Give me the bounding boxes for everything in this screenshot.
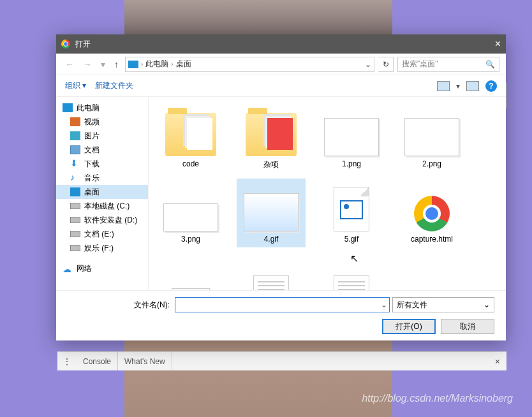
file-open-dialog: 打开 × ← → ▾ ↑ › 此电脑 › 桌面 ⌄ ↻ 搜索"桌面" 🔍 组织 … xyxy=(56,34,506,340)
image-thumbnail-icon xyxy=(244,193,299,231)
preview-pane-icon[interactable] xyxy=(466,81,479,91)
drive-icon xyxy=(70,231,80,237)
sidebar-item-music[interactable]: ♪音乐 xyxy=(56,171,148,185)
drive-icon xyxy=(70,203,80,209)
dialog-footer: 文件名(N): ⌄ 所有文件⌄ 打开(O) 取消 xyxy=(56,290,506,340)
help-icon[interactable]: ? xyxy=(485,80,497,92)
pictures-icon xyxy=(70,131,80,140)
sidebar-item-drive-f[interactable]: 娱乐 (F:) xyxy=(56,241,148,255)
breadcrumb-current[interactable]: 桌面 xyxy=(176,59,191,70)
nav-bar: ← → ▾ ↑ › 此电脑 › 桌面 ⌄ ↻ 搜索"桌面" 🔍 xyxy=(56,54,506,75)
file-item-selected[interactable]: 4.gif xyxy=(237,179,306,247)
devtools-bottom-bar: ⋮ Console What's New × xyxy=(57,351,506,370)
folder-icon xyxy=(246,113,297,156)
file-item[interactable]: 2.png xyxy=(397,103,466,172)
search-icon: 🔍 xyxy=(485,60,495,69)
drive-icon xyxy=(70,245,80,251)
file-item[interactable]: 1.png xyxy=(317,103,386,172)
image-thumbnail-icon xyxy=(404,118,459,156)
file-item[interactable]: capture.html xyxy=(397,179,466,247)
sidebar-item-drive-e[interactable]: 文档 (E:) xyxy=(56,227,148,241)
sidebar-item-documents[interactable]: 文档 xyxy=(56,143,148,157)
file-item[interactable]: code xyxy=(156,103,225,172)
sidebar-item-drive-c[interactable]: 本地磁盘 (C:) xyxy=(56,199,148,213)
chevron-down-icon[interactable]: ▾ xyxy=(456,82,460,91)
pc-icon xyxy=(128,61,138,68)
new-folder-button[interactable]: 新建文件夹 xyxy=(95,80,133,91)
document-icon xyxy=(334,275,369,290)
desktop-icon xyxy=(70,187,80,196)
view-mode-icon[interactable] xyxy=(437,81,450,91)
file-item[interactable]: 3.png xyxy=(156,179,225,247)
nav-forward-icon[interactable]: → xyxy=(80,59,94,70)
organize-button[interactable]: 组织 ▾ xyxy=(65,80,86,91)
search-input[interactable]: 搜索"桌面" 🔍 xyxy=(397,57,499,72)
titlebar: 打开 × xyxy=(56,34,506,54)
image-thumbnail-icon xyxy=(324,118,379,156)
devtools-tab-console[interactable]: Console xyxy=(77,352,118,370)
toolbar: 组织 ▾ 新建文件夹 ▾ ? xyxy=(56,75,506,97)
chevron-down-icon[interactable]: ⌄ xyxy=(365,60,371,69)
breadcrumb[interactable]: › 此电脑 › 桌面 ⌄ xyxy=(125,57,374,72)
cancel-button[interactable]: 取消 xyxy=(441,319,494,334)
filename-label: 文件名(N): xyxy=(68,300,170,311)
sidebar-item-pc[interactable]: 此电脑 xyxy=(56,101,148,115)
network-icon: ☁ xyxy=(63,264,73,273)
image-thumbnail-icon xyxy=(172,288,210,290)
document-icon xyxy=(70,145,80,154)
image-thumbnail-icon xyxy=(163,203,218,231)
open-button[interactable]: 打开(O) xyxy=(382,319,436,334)
sidebar-item-drive-d[interactable]: 软件安装盘 (D:) xyxy=(56,213,148,227)
file-item[interactable] xyxy=(156,254,225,290)
file-item[interactable] xyxy=(317,254,386,290)
chrome-icon xyxy=(61,40,70,48)
folder-icon xyxy=(165,113,216,156)
sidebar-item-desktop[interactable]: 桌面 xyxy=(56,185,148,199)
nav-history-icon[interactable]: ▾ xyxy=(98,59,108,70)
document-icon xyxy=(253,275,289,290)
chevron-right-icon: › xyxy=(141,61,143,68)
watermark: http://blog.csdn.net/Marksinoberg xyxy=(362,393,513,404)
sidebar-item-network[interactable]: ☁网络 xyxy=(56,261,148,275)
video-icon xyxy=(70,117,80,126)
chrome-icon xyxy=(414,196,450,231)
chevron-down-icon: ⌄ xyxy=(484,300,490,309)
file-item[interactable] xyxy=(237,254,306,290)
nav-up-icon[interactable]: ↑ xyxy=(112,59,121,70)
devtools-close-icon[interactable]: × xyxy=(495,356,500,367)
close-icon[interactable]: × xyxy=(495,38,501,50)
file-icon xyxy=(334,187,369,231)
refresh-icon[interactable]: ↻ xyxy=(378,57,394,72)
search-placeholder: 搜索"桌面" xyxy=(402,59,438,70)
download-icon: ⬇ xyxy=(70,159,80,168)
file-item[interactable]: 5.gif xyxy=(317,179,386,247)
sidebar-item-pictures[interactable]: 图片 xyxy=(56,129,148,143)
filename-input[interactable] xyxy=(175,297,390,312)
pc-icon xyxy=(63,103,73,112)
breadcrumb-root[interactable]: 此电脑 xyxy=(145,59,168,70)
devtools-menu-icon[interactable]: ⋮ xyxy=(57,356,77,367)
nav-back-icon[interactable]: ← xyxy=(63,59,77,70)
file-item[interactable]: 杂项 xyxy=(237,103,306,172)
sidebar-item-video[interactable]: 视频 xyxy=(56,115,148,129)
chevron-down-icon[interactable]: ⌄ xyxy=(381,300,387,309)
devtools-tab-whatsnew[interactable]: What's New xyxy=(118,352,172,370)
music-icon: ♪ xyxy=(70,173,80,182)
file-grid[interactable]: code 杂项 1.png 2.png 3.png 4.gif xyxy=(149,97,506,290)
sidebar-item-downloads[interactable]: ⬇下载 xyxy=(56,157,148,171)
file-type-filter[interactable]: 所有文件⌄ xyxy=(392,297,494,312)
dialog-title: 打开 xyxy=(75,39,91,50)
drive-icon xyxy=(70,217,80,223)
chevron-right-icon: › xyxy=(171,61,173,68)
sidebar: 此电脑 视频 图片 文档 ⬇下载 ♪音乐 桌面 本地磁盘 (C:) 软件安装盘 … xyxy=(56,97,149,290)
